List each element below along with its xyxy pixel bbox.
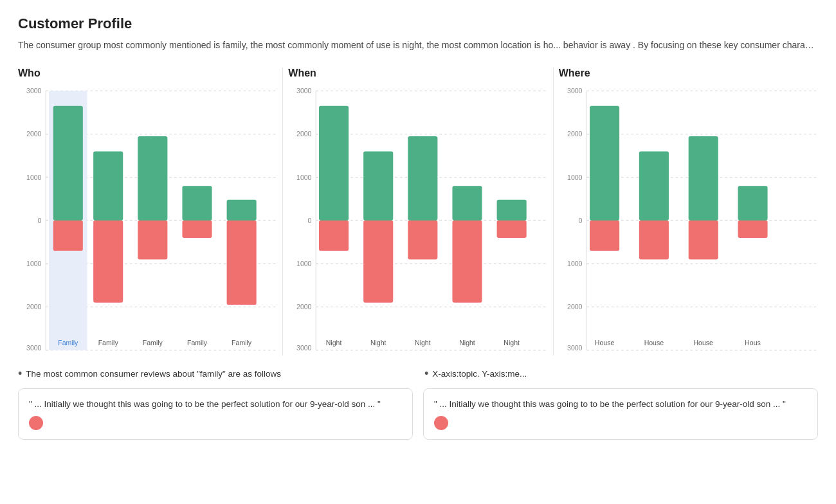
svg-rect-25 xyxy=(182,186,212,221)
svg-rect-82 xyxy=(688,136,718,221)
svg-text:1000: 1000 xyxy=(26,174,42,181)
review-card-1: " ... Initially we thought this was goin… xyxy=(18,388,413,440)
svg-text:3000: 3000 xyxy=(567,344,583,352)
chart-who: Who .grid-line { stroke: #ccc; stroke-da… xyxy=(18,68,277,356)
svg-rect-52 xyxy=(408,136,438,221)
svg-rect-26 xyxy=(182,221,212,238)
svg-text:3000: 3000 xyxy=(567,87,583,94)
svg-rect-59 xyxy=(497,221,527,238)
svg-rect-79 xyxy=(639,151,668,221)
svg-rect-17 xyxy=(53,221,83,251)
chart-when-svg: .grid-line2 { stroke: #ccc; stroke-dasha… xyxy=(288,86,547,356)
svg-text:Night: Night xyxy=(504,339,520,346)
svg-rect-86 xyxy=(738,221,767,238)
divider-1 xyxy=(282,68,283,356)
svg-text:House: House xyxy=(594,339,614,346)
review-card-2: " ... Initially we thought this was goin… xyxy=(423,388,818,440)
svg-text:1000: 1000 xyxy=(296,260,312,267)
svg-text:Family: Family xyxy=(232,339,252,346)
svg-text:0: 0 xyxy=(308,217,312,224)
svg-text:1000: 1000 xyxy=(567,260,583,267)
svg-text:2000: 2000 xyxy=(567,130,583,138)
svg-rect-76 xyxy=(590,106,619,221)
svg-text:Family: Family xyxy=(58,339,78,346)
svg-text:Night: Night xyxy=(460,339,476,346)
svg-text:3000: 3000 xyxy=(296,344,312,352)
review-cards-container: " ... Initially we thought this was goin… xyxy=(18,388,818,440)
svg-text:Night: Night xyxy=(370,339,386,346)
svg-text:2000: 2000 xyxy=(296,303,312,310)
svg-rect-46 xyxy=(319,106,349,221)
svg-rect-23 xyxy=(138,221,167,259)
svg-text:0: 0 xyxy=(38,217,42,224)
svg-rect-56 xyxy=(453,221,482,303)
chart-where-title: Where xyxy=(559,68,818,79)
svg-text:Family: Family xyxy=(187,339,208,346)
note-left: The most common consumer reviews about "… xyxy=(18,367,412,381)
svg-text:1000: 1000 xyxy=(567,174,583,181)
review-avatar-1 xyxy=(29,416,43,430)
svg-rect-49 xyxy=(363,151,393,221)
note-right: X-axis:topic. Y-axis:me... xyxy=(424,367,818,381)
svg-rect-58 xyxy=(497,200,527,221)
svg-rect-22 xyxy=(138,136,167,221)
svg-rect-47 xyxy=(319,221,349,251)
page-description: The consumer group most commonly mention… xyxy=(18,39,818,52)
notes-row: The most common consumer reviews about "… xyxy=(18,367,818,381)
svg-rect-80 xyxy=(639,221,668,259)
svg-rect-53 xyxy=(408,221,438,259)
svg-rect-85 xyxy=(738,186,767,221)
svg-text:House: House xyxy=(644,339,664,346)
svg-text:Night: Night xyxy=(415,339,431,346)
svg-rect-16 xyxy=(53,106,83,221)
chart-where: Where 3000 2000 1000 0 1000 2000 3000 xyxy=(559,68,818,356)
svg-text:Family: Family xyxy=(98,339,119,346)
svg-text:1000: 1000 xyxy=(26,260,42,267)
chart-when-title: When xyxy=(288,68,547,79)
chart-who-svg: .grid-line { stroke: #ccc; stroke-dashar… xyxy=(18,86,277,356)
page-title: Customer Profile xyxy=(18,15,818,32)
review-avatar-2 xyxy=(434,416,448,430)
svg-rect-28 xyxy=(227,200,257,221)
charts-container: Who .grid-line { stroke: #ccc; stroke-da… xyxy=(18,68,818,356)
svg-text:Night: Night xyxy=(326,339,342,346)
svg-text:0: 0 xyxy=(578,217,582,224)
chart-who-area: .grid-line { stroke: #ccc; stroke-dashar… xyxy=(18,86,277,356)
divider-2 xyxy=(553,68,554,356)
svg-rect-29 xyxy=(227,221,257,305)
svg-text:3000: 3000 xyxy=(26,87,42,94)
chart-where-svg: 3000 2000 1000 0 1000 2000 3000 House xyxy=(559,86,818,356)
svg-text:3000: 3000 xyxy=(26,344,42,352)
svg-rect-83 xyxy=(688,221,718,259)
chart-when: When .grid-line2 { stroke: #ccc; stroke-… xyxy=(288,68,547,356)
svg-text:2000: 2000 xyxy=(26,130,42,138)
svg-rect-77 xyxy=(590,221,619,251)
svg-text:2000: 2000 xyxy=(567,303,583,310)
svg-rect-50 xyxy=(363,221,393,303)
svg-rect-19 xyxy=(93,151,123,221)
chart-who-title: Who xyxy=(18,68,277,79)
svg-text:3000: 3000 xyxy=(296,87,312,94)
svg-text:2000: 2000 xyxy=(296,130,312,138)
review-quote-2: " ... Initially we thought this was goin… xyxy=(434,398,807,411)
svg-text:Family: Family xyxy=(143,339,163,346)
svg-rect-55 xyxy=(453,186,482,221)
svg-text:House: House xyxy=(693,339,713,346)
svg-text:1000: 1000 xyxy=(296,174,312,181)
chart-when-area: .grid-line2 { stroke: #ccc; stroke-dasha… xyxy=(288,86,547,356)
review-quote-1: " ... Initially we thought this was goin… xyxy=(29,398,402,411)
svg-text:Hous: Hous xyxy=(745,339,761,346)
svg-text:2000: 2000 xyxy=(26,303,42,310)
svg-rect-20 xyxy=(93,221,123,303)
chart-where-area: 3000 2000 1000 0 1000 2000 3000 House xyxy=(559,86,818,356)
